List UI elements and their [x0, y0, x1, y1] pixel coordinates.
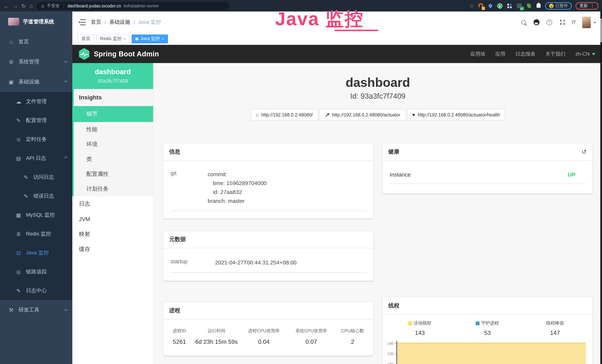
sba-nav-journal[interactable]: 日志报表	[515, 51, 535, 57]
extension-y-icon[interactable]: y	[497, 3, 503, 9]
tab-java-monitor[interactable]: Java 监控 ×	[132, 34, 168, 43]
metadata-key: startup	[171, 258, 215, 267]
history-icon[interactable]: ↺	[582, 148, 587, 155]
browser-update-button[interactable]: 更新 ⋮	[575, 2, 599, 10]
sidebar-item-system[interactable]: ⚙ 系统管理	[0, 52, 72, 72]
breadcrumb: 首页 / 基础设施 / Java 监控	[91, 19, 161, 26]
browser-home-icon[interactable]: ⌂	[30, 3, 33, 8]
home-icon: ⌂	[8, 39, 14, 45]
sba-brand-title[interactable]: Spring Boot Admin	[94, 50, 159, 58]
sidebar-menu: ⌂ 首页 ⚙ 系统管理 ▣ 基础设施 ☁ 文件管理	[0, 32, 72, 364]
breadcrumb-home[interactable]: 首页	[91, 19, 101, 26]
close-icon[interactable]: ×	[123, 37, 126, 41]
screen-icon: ⊡	[16, 250, 22, 256]
menu-item-logs[interactable]: 日志	[72, 196, 153, 211]
chevron-up-icon	[64, 156, 68, 160]
metadata-value: 2021-04-27T00:44:31.254+08:00	[215, 258, 367, 267]
extension-pin-icon[interactable]	[487, 3, 493, 9]
instance-header[interactable]: dashboard 93a3fc7f7409	[72, 63, 153, 89]
security-label[interactable]: 不安全	[47, 3, 60, 9]
menu-item-jvm[interactable]: JVM	[72, 211, 153, 227]
app-sidebar: 芋道管理系统 ⌂ 首页 ⚙ 系统管理 ▣ 基础设施	[0, 11, 72, 364]
tab-redis-monitor[interactable]: Redis 监控 ×	[97, 34, 129, 43]
menu-item-environment[interactable]: 环境	[74, 137, 153, 152]
profile-paused-chip[interactable]: 已暂停	[545, 2, 572, 10]
sidebar-item-java-monitor[interactable]: ⊡ Java 监控	[0, 243, 72, 262]
menu-item-details[interactable]: 细节	[74, 106, 153, 122]
sidebar-item-tracing[interactable]: ◎ 链路追踪	[0, 262, 72, 281]
browser-forward-icon[interactable]: →	[13, 3, 18, 8]
github-icon[interactable]	[533, 19, 540, 26]
sidebar-item-access-log[interactable]: ✎ 访问日志	[0, 168, 72, 187]
menu-item-classes[interactable]: 类	[74, 152, 153, 167]
sba-nav-applications[interactable]: 应用	[495, 51, 505, 57]
sba-nav-about[interactable]: 关于我们	[545, 51, 565, 57]
extension-switch-icon[interactable]: on	[516, 3, 522, 9]
sidebar-collapse-icon[interactable]	[78, 19, 86, 25]
scrollbar-thumb[interactable]	[600, 19, 602, 42]
health-url-button[interactable]: ♥ http://192.168.0.2:48080/actuator/heal…	[407, 109, 505, 120]
sidebar-item-log-center[interactable]: ✎ 日志中心	[0, 281, 72, 300]
sba-nav-wallboard[interactable]: 应用墙	[470, 51, 485, 57]
menu-item-caches[interactable]: 缓存	[72, 242, 153, 257]
monitor-icon: ▣	[8, 79, 14, 85]
window-scrollbar[interactable]	[600, 11, 602, 364]
menu-item-config-props[interactable]: 配置属性	[74, 167, 153, 181]
close-icon[interactable]: ×	[162, 37, 164, 41]
instance-links: ⌂ http://192.168.0.2:48080/ http://192.1…	[163, 109, 592, 120]
font-size-icon[interactable]: tT	[572, 19, 576, 25]
sidebar-item-error-log[interactable]: ✎ 错误日志	[0, 187, 72, 205]
sidebar-item-dev-tools[interactable]: ⚒ 研发工具	[0, 300, 72, 320]
user-menu[interactable]	[582, 17, 596, 28]
sidebar-item-file-management[interactable]: ☁ 文件管理	[0, 92, 72, 111]
breadcrumb-infrastructure[interactable]: 基础设施	[109, 19, 130, 26]
browser-reload-icon[interactable]: ↻	[22, 3, 26, 8]
database-icon: ▦	[16, 212, 22, 218]
fullscreen-icon[interactable]	[559, 19, 566, 26]
process-id-value: 5261	[166, 339, 193, 345]
live-threads-legend-icon	[408, 321, 412, 325]
address-divider	[64, 3, 64, 8]
bookmark-star-icon[interactable]: ☆	[469, 3, 474, 8]
address-bar[interactable]: ⚠ 不安全 dashboard.yudao.iocoder.cn/infra/a…	[36, 2, 229, 10]
help-icon[interactable]: ?	[546, 19, 553, 26]
actuator-url-button[interactable]: http://192.168.0.2:48080/actuator	[320, 109, 406, 120]
sidebar-item-home[interactable]: ⌂ 首页	[0, 32, 72, 52]
extension-puzzle-icon[interactable]	[536, 3, 541, 9]
live-threads-stat: 活动线程 143	[386, 320, 454, 336]
sidebar-item-mysql-monitor[interactable]: ▦ MySQL 监控	[0, 205, 72, 224]
sidebar-item-infrastructure[interactable]: ▣ 基础设施	[0, 72, 72, 92]
sidebar-item-api-log[interactable]: ▤ API 日志	[0, 149, 72, 168]
health-status-badge: UP	[568, 171, 575, 178]
process-card: 进程 进程ID 运行时间 进程CPU使用率 系统CPU使用率 CPU核心数	[163, 302, 373, 356]
tab-home[interactable]: 首页	[78, 34, 94, 43]
sidebar-item-scheduled-jobs[interactable]: ⊙ 定时任务	[0, 130, 72, 149]
update-label: 更新	[580, 3, 588, 9]
threads-chart: 140 120 100	[382, 341, 592, 364]
extension-colorzilla-icon[interactable]: 1	[478, 3, 484, 9]
sba-header: Spring Boot Admin 应用墙 应用 日志报表 关于我们 zh-CN	[72, 45, 602, 63]
menu-section-insights[interactable]: Insights	[74, 89, 153, 106]
sidebar-item-config-management[interactable]: ✎ 配置管理	[0, 111, 72, 130]
cloud-upload-icon: ☁	[16, 98, 22, 104]
search-icon[interactable]	[520, 19, 527, 26]
menu-item-mappings[interactable]: 映射	[72, 227, 153, 242]
menu-item-scheduled-tasks[interactable]: 计划任务	[74, 181, 153, 196]
security-warning-icon[interactable]: ⚠	[41, 3, 45, 8]
avatar[interactable]	[582, 17, 591, 28]
extension-leaf-icon[interactable]	[526, 3, 532, 9]
threads-card: 线程 活动线程 143	[382, 298, 592, 364]
edit-icon: ✎	[16, 288, 22, 294]
live-threads-area	[397, 343, 586, 364]
sba-locale-select[interactable]: zh-CN	[575, 51, 595, 57]
browser-back-icon[interactable]: ←	[4, 3, 9, 8]
menu-item-metrics[interactable]: 性能	[74, 122, 153, 137]
browser-menu-icon[interactable]: ⋮	[590, 3, 594, 8]
service-url-button[interactable]: ⌂ http://192.168.0.2:48080/	[251, 109, 318, 120]
y-axis-labels: 140 120 100	[382, 341, 396, 364]
extension-on-badge: on	[520, 7, 524, 10]
process-cpu-value: 0.04	[240, 339, 288, 345]
extension-grid-icon[interactable]	[506, 3, 512, 9]
sidebar-item-redis-monitor[interactable]: ≣ Redis 监控	[0, 224, 72, 243]
wrench-icon	[325, 112, 329, 118]
